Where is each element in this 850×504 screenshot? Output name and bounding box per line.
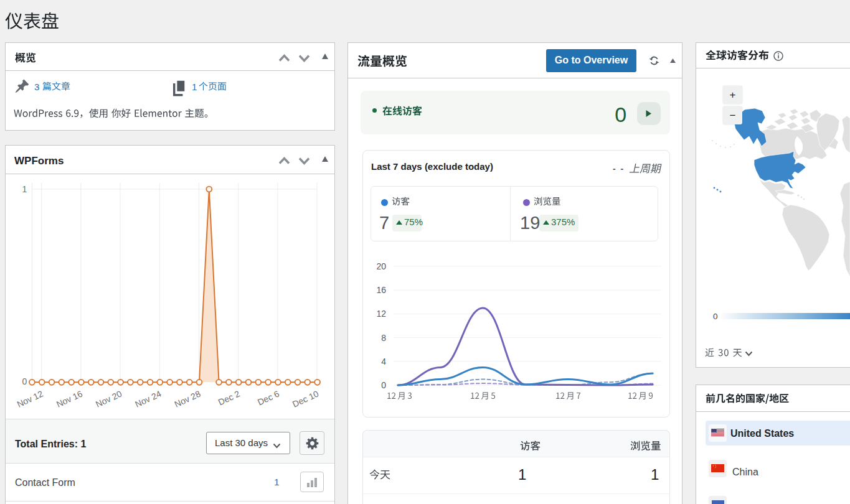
- svg-text:1: 1: [22, 184, 27, 194]
- svg-text:Nov 20: Nov 20: [94, 388, 123, 409]
- svg-text:0: 0: [381, 380, 386, 390]
- svg-text:Nov 16: Nov 16: [55, 388, 84, 409]
- svg-text:Nov 12: Nov 12: [16, 388, 45, 409]
- svg-text:4: 4: [381, 357, 386, 366]
- svg-text:16: 16: [376, 285, 386, 295]
- svg-text:Dec 10: Dec 10: [291, 388, 320, 409]
- svg-text:Nov 28: Nov 28: [173, 388, 202, 409]
- svg-text:Dec 6: Dec 6: [256, 388, 281, 407]
- svg-text:20: 20: [376, 261, 386, 271]
- svg-text:0: 0: [22, 376, 27, 386]
- svg-text:12: 12: [376, 309, 386, 319]
- svg-text:Nov 24: Nov 24: [133, 388, 163, 409]
- svg-text:8: 8: [381, 333, 386, 343]
- svg-text:Dec 2: Dec 2: [217, 388, 242, 407]
